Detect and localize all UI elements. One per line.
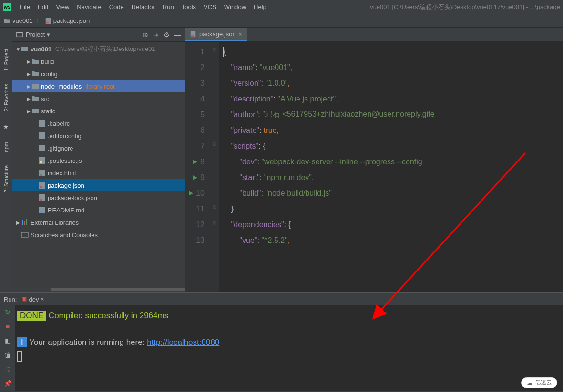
export-icon[interactable]: 🖨 bbox=[4, 365, 11, 373]
app-logo: WS bbox=[3, 3, 11, 11]
editor-tabs: package.json × bbox=[185, 28, 563, 42]
tree-item[interactable]: package-lock.json bbox=[12, 191, 185, 204]
run-label: Run: bbox=[4, 296, 17, 303]
tree-item[interactable]: README.md bbox=[12, 204, 185, 216]
svg-rect-2 bbox=[17, 32, 22, 37]
tree-item[interactable]: index.html bbox=[12, 167, 185, 179]
running-message: Your application is running here: bbox=[27, 338, 147, 347]
svg-rect-21 bbox=[26, 219, 27, 225]
tree-item[interactable]: ▶config bbox=[12, 68, 185, 80]
project-icon bbox=[16, 31, 23, 38]
project-panel: Project ▾ ⊕ ⇥ ⚙ — ▼vue001C:\Users\编程小石头\… bbox=[12, 28, 185, 292]
svg-rect-12 bbox=[40, 174, 42, 176]
pin-icon[interactable]: 📌 bbox=[4, 380, 12, 387]
close-icon[interactable]: × bbox=[41, 296, 44, 302]
menu-edit[interactable]: Edit bbox=[34, 3, 52, 10]
tree-item[interactable]: package.json bbox=[12, 179, 185, 191]
layout-icon[interactable]: ◧ bbox=[5, 337, 11, 344]
sidebar-tab-npm[interactable]: npm bbox=[2, 140, 10, 154]
tree-item[interactable]: .babelrc bbox=[12, 117, 185, 130]
svg-rect-1 bbox=[46, 21, 48, 23]
breadcrumb-file[interactable]: package.json bbox=[45, 17, 90, 24]
menu-run[interactable]: Run bbox=[159, 3, 178, 10]
menu-file[interactable]: File bbox=[16, 3, 34, 10]
menu-vcs[interactable]: VCS bbox=[200, 3, 220, 10]
console-output[interactable]: DONE Compiled successfully in 2964ms I Y… bbox=[15, 305, 563, 391]
sidebar-tab-favorites[interactable]: 2: Favorites bbox=[2, 82, 10, 113]
menu-tools[interactable]: Tools bbox=[178, 3, 200, 10]
tree-item[interactable]: .postcssrc.js bbox=[12, 154, 185, 167]
svg-rect-16 bbox=[40, 199, 42, 201]
horizontal-scrollbar[interactable] bbox=[12, 287, 185, 292]
svg-rect-18 bbox=[40, 211, 42, 213]
minimize-icon[interactable]: — bbox=[174, 31, 181, 39]
svg-rect-8 bbox=[40, 149, 42, 151]
tree-item[interactable]: .gitignore bbox=[12, 142, 185, 154]
localhost-link[interactable]: http://localhost:8080 bbox=[147, 338, 219, 347]
console-line: I Your application is running here: http… bbox=[17, 336, 561, 349]
gear-icon[interactable]: ⚙ bbox=[164, 31, 170, 39]
project-panel-header: Project ▾ ⊕ ⇥ ⚙ — bbox=[12, 28, 185, 42]
menu-help[interactable]: Help bbox=[250, 3, 270, 10]
json-file-icon bbox=[190, 31, 196, 38]
compiled-message: Compiled successfully in 2964ms bbox=[46, 311, 168, 320]
collapse-icon[interactable]: ⇥ bbox=[153, 31, 159, 39]
tree-item[interactable]: ▶build bbox=[12, 55, 185, 68]
svg-rect-24 bbox=[191, 35, 194, 37]
tree-item[interactable]: ▼vue001C:\Users\编程小石头\Desktop\vue01 bbox=[12, 43, 185, 55]
cloud-icon: ☁ bbox=[526, 379, 533, 387]
code-area[interactable]: { "name": "vue001", "version": "1.0.0", … bbox=[219, 42, 563, 292]
sidebar-tab-structure[interactable]: 7: Structure bbox=[2, 163, 10, 194]
tree-item[interactable]: ▶src bbox=[12, 92, 185, 105]
stop-icon[interactable]: ■ bbox=[6, 322, 10, 330]
star-icon[interactable]: ★ bbox=[3, 123, 9, 131]
tree-item[interactable]: Scratches and Consoles bbox=[12, 229, 185, 241]
line-gutter: 1234567▶8▶9▶10111213 bbox=[185, 42, 210, 292]
fold-gutter[interactable]: ⊟⊟⊟⊟ bbox=[210, 42, 219, 292]
breadcrumb-project-label: vue001 bbox=[12, 17, 33, 24]
folder-icon bbox=[4, 18, 10, 24]
console-cursor bbox=[17, 351, 22, 362]
left-tool-strip: 1: Project 2: Favorites ★ npm 7: Structu… bbox=[0, 28, 12, 292]
svg-rect-10 bbox=[40, 161, 42, 163]
svg-rect-20 bbox=[24, 221, 25, 225]
breadcrumb-separator: 〉 bbox=[36, 17, 42, 25]
svg-rect-6 bbox=[40, 137, 42, 139]
trash-icon[interactable]: 🗑 bbox=[4, 351, 11, 359]
editor-panel: package.json × 1234567▶8▶9▶10111213 ⊟⊟⊟⊟… bbox=[185, 28, 563, 292]
run-config[interactable]: ▣ dev × bbox=[21, 296, 44, 303]
dropdown-icon[interactable]: ▾ bbox=[47, 31, 50, 38]
tree-item[interactable]: ▶node_moduleslibrary root bbox=[12, 80, 185, 92]
run-config-icon: ▣ bbox=[21, 296, 27, 302]
target-icon[interactable]: ⊕ bbox=[143, 31, 148, 39]
breadcrumb-file-label: package.json bbox=[53, 17, 90, 24]
tree-item[interactable]: .editorconfig bbox=[12, 130, 185, 142]
run-panel-header: Run: ▣ dev × bbox=[0, 293, 563, 305]
svg-rect-14 bbox=[40, 186, 42, 188]
close-icon[interactable]: × bbox=[239, 31, 242, 38]
info-badge: I bbox=[17, 337, 27, 347]
watermark: ☁ 亿速云 bbox=[521, 377, 557, 388]
menu-refactor[interactable]: Refactor bbox=[128, 3, 159, 10]
menu-window[interactable]: Window bbox=[220, 3, 250, 10]
watermark-label: 亿速云 bbox=[535, 379, 552, 387]
console-line: DONE Compiled successfully in 2964ms bbox=[17, 309, 561, 322]
tree-item[interactable]: ▶External Libraries bbox=[12, 216, 185, 229]
menu-code[interactable]: Code bbox=[105, 3, 128, 10]
breadcrumb: vue001 〉 package.json bbox=[0, 14, 563, 28]
project-panel-title: Project bbox=[26, 31, 45, 38]
svg-rect-4 bbox=[40, 124, 42, 126]
rerun-icon[interactable]: ↻ bbox=[5, 308, 10, 316]
editor-tab-package-json[interactable]: package.json × bbox=[185, 28, 247, 41]
done-badge: DONE bbox=[17, 311, 46, 321]
svg-rect-22 bbox=[21, 232, 28, 237]
sidebar-tab-project[interactable]: 1: Project bbox=[2, 47, 10, 72]
window-title: vue001 [C:\Users\编程小石头\Desktop\vue0117\v… bbox=[370, 3, 560, 11]
editor-body[interactable]: 1234567▶8▶9▶10111213 ⊟⊟⊟⊟ { "name": "vue… bbox=[185, 42, 563, 292]
run-panel: Run: ▣ dev × ↻ ■ ◧ 🗑 🖨 📌 DONE Compiled s… bbox=[0, 292, 563, 391]
tree-item[interactable]: ▶static bbox=[12, 105, 185, 117]
breadcrumb-project[interactable]: vue001 bbox=[4, 17, 33, 24]
menu-view[interactable]: View bbox=[52, 3, 73, 10]
menu-navigate[interactable]: Navigate bbox=[73, 3, 105, 10]
project-tree[interactable]: ▼vue001C:\Users\编程小石头\Desktop\vue01▶buil… bbox=[12, 42, 185, 287]
